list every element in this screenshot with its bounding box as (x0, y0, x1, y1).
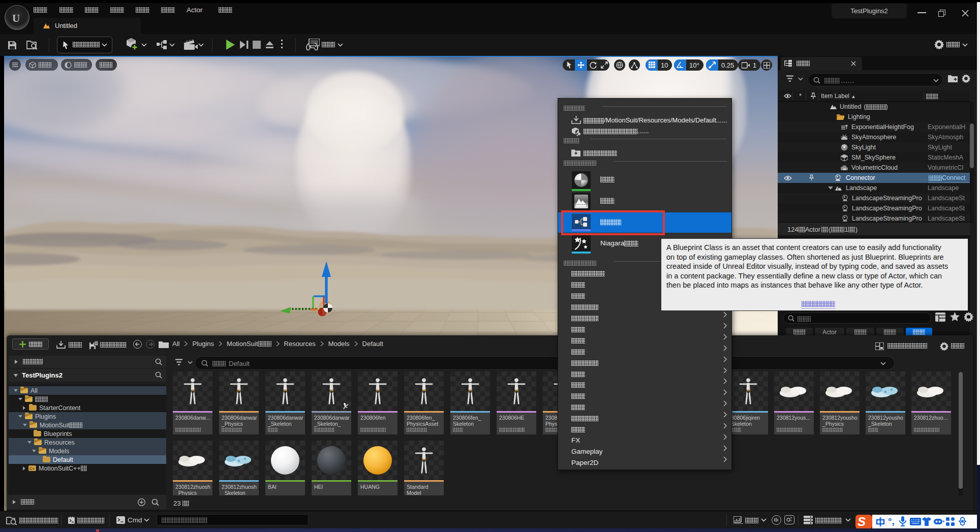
svg-text:C+: C+ (29, 466, 35, 471)
